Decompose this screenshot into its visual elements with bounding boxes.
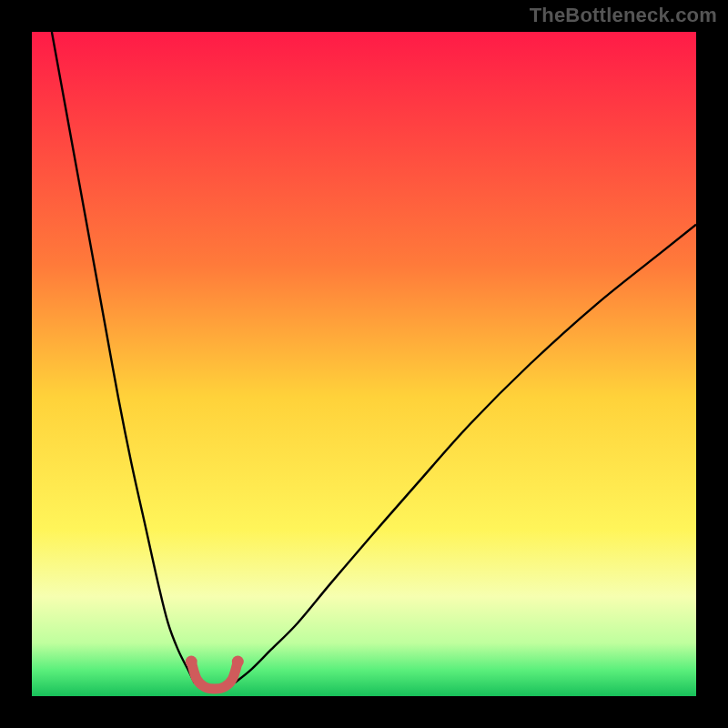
watermark-label: TheBottleneck.com xyxy=(530,4,717,27)
chart-container: TheBottleneck.com xyxy=(0,0,728,728)
plot-area xyxy=(32,32,696,696)
gradient-background xyxy=(32,32,696,696)
chart-svg xyxy=(32,32,696,696)
optimal-zone-endpoint xyxy=(186,656,197,668)
optimal-zone-endpoint xyxy=(232,656,244,668)
